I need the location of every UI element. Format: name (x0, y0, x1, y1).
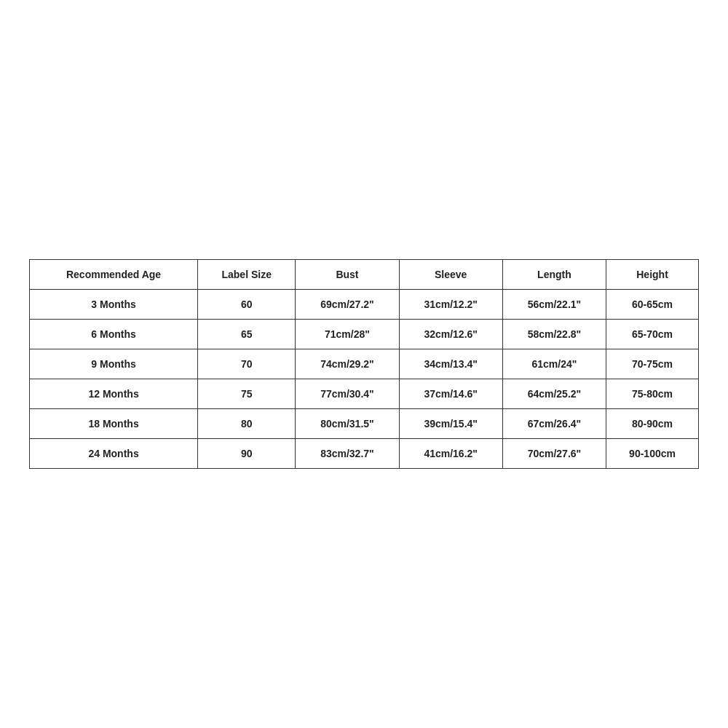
cell-bust: 83cm/32.7" (296, 439, 399, 469)
cell-sleeve: 32cm/12.6" (399, 320, 502, 349)
header-sleeve: Sleeve (399, 260, 502, 290)
header-label-size: Label Size (198, 260, 296, 290)
table-row: 18 Months8080cm/31.5"39cm/15.4"67cm/26.4… (30, 409, 699, 439)
cell-length: 64cm/25.2" (502, 379, 606, 409)
cell-height: 70-75cm (606, 349, 699, 379)
cell-bust: 80cm/31.5" (296, 409, 399, 439)
cell-label_size: 60 (198, 290, 296, 320)
table-header-row: Recommended Age Label Size Bust Sleeve L… (30, 260, 699, 290)
cell-length: 70cm/27.6" (502, 439, 606, 469)
size-chart-table: Recommended Age Label Size Bust Sleeve L… (29, 259, 699, 469)
cell-sleeve: 31cm/12.2" (399, 290, 502, 320)
cell-sleeve: 39cm/15.4" (399, 409, 502, 439)
cell-bust: 71cm/28" (296, 320, 399, 349)
cell-bust: 74cm/29.2" (296, 349, 399, 379)
cell-label_size: 90 (198, 439, 296, 469)
cell-height: 65-70cm (606, 320, 699, 349)
cell-bust: 77cm/30.4" (296, 379, 399, 409)
header-bust: Bust (296, 260, 399, 290)
cell-height: 90-100cm (606, 439, 699, 469)
cell-bust: 69cm/27.2" (296, 290, 399, 320)
cell-sleeve: 34cm/13.4" (399, 349, 502, 379)
cell-age: 3 Months (30, 290, 198, 320)
cell-height: 60-65cm (606, 290, 699, 320)
cell-label_size: 70 (198, 349, 296, 379)
header-recommended-age: Recommended Age (30, 260, 198, 290)
cell-age: 18 Months (30, 409, 198, 439)
cell-length: 61cm/24" (502, 349, 606, 379)
cell-height: 80-90cm (606, 409, 699, 439)
cell-age: 12 Months (30, 379, 198, 409)
cell-label_size: 80 (198, 409, 296, 439)
cell-age: 9 Months (30, 349, 198, 379)
table-row: 6 Months6571cm/28"32cm/12.6"58cm/22.8"65… (30, 320, 699, 349)
table-row: 12 Months7577cm/30.4"37cm/14.6"64cm/25.2… (30, 379, 699, 409)
table-row: 9 Months7074cm/29.2"34cm/13.4"61cm/24"70… (30, 349, 699, 379)
cell-age: 6 Months (30, 320, 198, 349)
cell-label_size: 65 (198, 320, 296, 349)
table-row: 3 Months6069cm/27.2"31cm/12.2"56cm/22.1"… (30, 290, 699, 320)
cell-height: 75-80cm (606, 379, 699, 409)
table-row: 24 Months9083cm/32.7"41cm/16.2"70cm/27.6… (30, 439, 699, 469)
header-length: Length (502, 260, 606, 290)
cell-label_size: 75 (198, 379, 296, 409)
cell-length: 67cm/26.4" (502, 409, 606, 439)
size-chart-container: Recommended Age Label Size Bust Sleeve L… (29, 259, 699, 469)
header-height: Height (606, 260, 699, 290)
cell-length: 56cm/22.1" (502, 290, 606, 320)
cell-length: 58cm/22.8" (502, 320, 606, 349)
cell-sleeve: 41cm/16.2" (399, 439, 502, 469)
cell-sleeve: 37cm/14.6" (399, 379, 502, 409)
cell-age: 24 Months (30, 439, 198, 469)
